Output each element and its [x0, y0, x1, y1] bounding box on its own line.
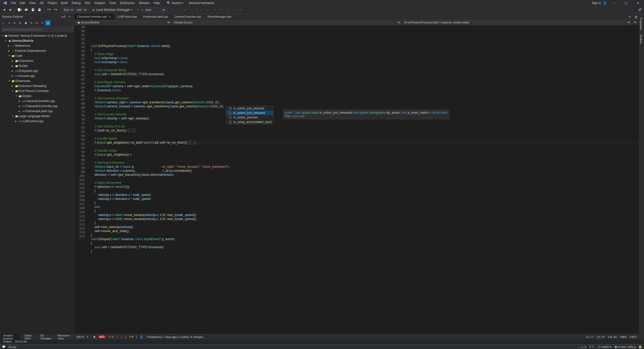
properties-button[interactable]: ✎ [40, 20, 45, 25]
tool-button[interactable]: ▫ [189, 7, 195, 13]
nav-down-icon[interactable]: ↓ [121, 335, 122, 338]
debug-start-button[interactable]: ▶ Local Windows Debugger ▾ [91, 7, 135, 13]
notification-icon[interactable]: 🔔 [638, 345, 642, 348]
search-box[interactable]: 🔍 Search ▾ [167, 1, 183, 5]
project-data[interactable]: ▣ project_data ▴ [615, 345, 635, 348]
close-button[interactable]: ✕ [633, 0, 643, 6]
home-button[interactable]: ⌂ [1, 20, 6, 25]
tree-item[interactable]: ▶▪External Dependencies [0, 48, 74, 53]
intellisense-item[interactable]: ⬛is_using_accumulated_input [226, 120, 273, 124]
menu-git[interactable]: Git [38, 1, 46, 5]
refresh-button[interactable]: ⟲ [29, 20, 34, 25]
file-tab[interactable]: CharacterController.cpp*✕ [74, 14, 114, 20]
intellisense-item[interactable]: ⬛is_action_just_pressed [226, 106, 273, 111]
file-tab[interactable]: CameraController.cpp [171, 14, 205, 20]
properties-tab[interactable]: Properties [639, 16, 644, 32]
intellisense-item[interactable]: ⬛is_action_pressed [226, 115, 273, 120]
nav-toggle-button[interactable]: ⊕ [632, 19, 638, 25]
start-without-debug-button[interactable]: ▷ [135, 7, 141, 13]
pin-icon[interactable]: ▾📌 [61, 14, 66, 19]
menu-view[interactable]: View [27, 1, 38, 5]
toolbox-tab[interactable]: Toolbox [639, 32, 644, 46]
flag-icon[interactable]: 🏳▾ [129, 335, 133, 338]
file-tab[interactable]: FramerateLabel.cpp [140, 14, 171, 20]
tree-item[interactable]: ▶++CameraController.cpp [0, 99, 74, 104]
share-button[interactable]: 🔗 [637, 7, 643, 13]
menu-build[interactable]: Build [59, 1, 70, 5]
collapse-button[interactable]: ⊟ [18, 20, 23, 25]
menu-project[interactable]: Project [46, 1, 59, 5]
bottom-tab[interactable]: Resource View [56, 333, 73, 340]
sync-status[interactable]: ↑↓ 1 / 0 [577, 345, 586, 348]
tree-item[interactable]: ▶++Entrypoint.cpp [0, 68, 74, 73]
signin-link[interactable]: Sign in [592, 1, 601, 5]
error-count[interactable]: ⊘ 1 [98, 335, 105, 338]
tree-item[interactable]: ▼📁Showcases [0, 78, 74, 83]
tree-item[interactable]: ▼📁Code [0, 53, 74, 58]
menu-debug[interactable]: Debug [70, 1, 83, 5]
undo-button[interactable]: ↶▾ [46, 7, 52, 13]
tree-item[interactable]: ▶++FramerateLabel.cpp [0, 109, 74, 114]
tool-button[interactable]: ▫ [169, 7, 175, 13]
open-button[interactable]: 📂 [23, 7, 29, 13]
switch-views-button[interactable]: ▾ [7, 20, 12, 25]
restore-button[interactable]: ▢ [621, 0, 631, 6]
menu-file[interactable]: File [9, 1, 18, 5]
menu-window[interactable]: Window [137, 1, 152, 5]
menu-edit[interactable]: Edit [18, 1, 27, 5]
config-select[interactable]: Build [62, 7, 74, 13]
tool-button[interactable]: ▫ [224, 7, 230, 13]
tool-button[interactable]: ▫ [176, 7, 182, 13]
pending-changes[interactable]: ✎ 2 [589, 345, 594, 348]
save-all-button[interactable]: 💾 [36, 7, 43, 13]
tree-item[interactable]: ▶++LLMControl.cpp [0, 119, 74, 124]
tab-split-button[interactable]: ▥ [633, 14, 639, 20]
zoom-level[interactable]: 108 % [76, 335, 84, 338]
close-panel-icon[interactable]: ✕ [67, 14, 72, 19]
tool-button[interactable]: ▫ [211, 7, 217, 13]
tree-item[interactable]: ▶▪References [0, 43, 74, 48]
tool-button[interactable]: ▫ [218, 7, 224, 13]
intellisense-popup[interactable]: ⬛is_action_just_pressed⬛is_action_just_r… [226, 106, 274, 124]
forward-button[interactable]: ▶ [8, 7, 14, 13]
tool-button[interactable]: ▫ [231, 7, 237, 13]
menu-analyze[interactable]: Analyze [92, 1, 107, 5]
bottom-tab[interactable]: Git Changes [38, 333, 54, 340]
file-tab[interactable]: SceneManager.cpp [205, 14, 235, 20]
menu-tools[interactable]: Tools [107, 1, 118, 5]
preview-button[interactable]: ▤ [45, 20, 50, 25]
line-ending[interactable]: CRLF [630, 335, 637, 338]
code-content[interactable]: ⬛is_action_just_pressed⬛is_action_just_r… [91, 25, 639, 334]
tool-button[interactable]: ▫ [182, 7, 188, 13]
warning-count[interactable]: ⚠ 6 [109, 335, 113, 338]
new-button[interactable]: 📄▾ [17, 7, 23, 13]
sync-button[interactable]: ⟳ [12, 20, 17, 25]
nav-scope-select[interactable]: (Global Scope) [172, 20, 401, 25]
tree-item[interactable]: ▶++CharacterController.cpp [0, 104, 74, 109]
back-button[interactable]: ◀ [1, 7, 7, 13]
nav-member-select[interactable]: ⚙ OnPhysicsProcess(Caller * instance, do… [402, 20, 631, 25]
solution-search-input[interactable] [1, 27, 75, 32]
code-editor[interactable]: 4950515253545556575859606162636465666768… [74, 25, 639, 334]
tab-close-icon[interactable]: ✕ [109, 15, 111, 18]
tree-item[interactable]: ▼📁Solution 'Jenova.Framework' (1 of 1 pr… [0, 33, 74, 38]
redo-button[interactable]: ↷▾ [52, 7, 58, 13]
indent-mode[interactable]: TABS [620, 335, 627, 338]
bottom-tab[interactable]: Class View [22, 333, 36, 340]
tree-item[interactable]: ▼▣Jenova.Module [0, 38, 74, 43]
show-all-button[interactable]: ▣ [23, 20, 28, 25]
tool-button[interactable]: ▫ [198, 7, 204, 13]
nav-project-select[interactable]: ▣ Jenova.Module [75, 20, 171, 25]
tab-overflow-button[interactable]: ▾ [627, 14, 633, 20]
tool-button[interactable]: ▫ [237, 7, 244, 13]
minimize-button[interactable]: ─ [609, 0, 619, 6]
code-button[interactable]: <> [34, 20, 39, 25]
auto-select[interactable]: Auto [143, 7, 166, 13]
blame-info[interactable]: TheAenema, 7 days ago | 1 author, 4 chan… [146, 335, 203, 338]
tree-item[interactable]: ▶++Unused.cpp [0, 73, 74, 78]
bottom-tab[interactable]: Solution Explorer [1, 333, 20, 340]
menu-help[interactable]: Help [152, 1, 162, 5]
platform-select[interactable]: x64 [75, 7, 87, 13]
save-button[interactable]: 💾 [30, 7, 36, 13]
intellisense-item[interactable]: ⬛is_action_just_released [226, 111, 273, 115]
